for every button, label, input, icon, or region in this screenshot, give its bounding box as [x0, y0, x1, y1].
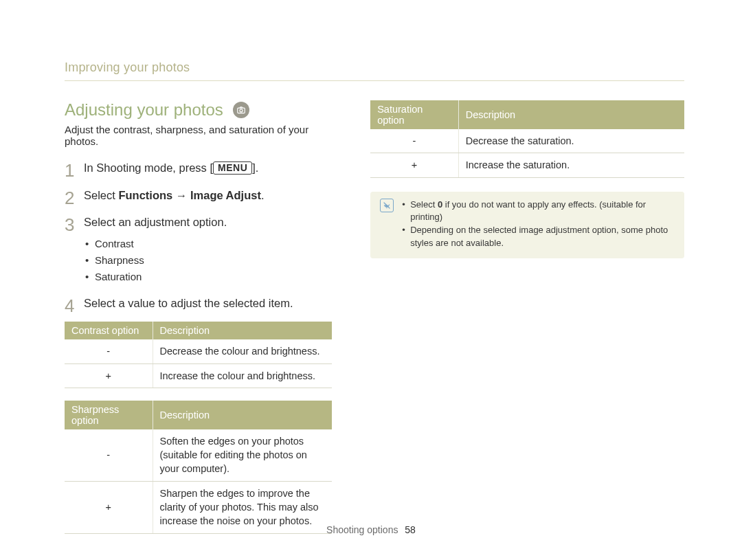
saturation-table: Saturation option Description - Decrease…	[370, 100, 684, 178]
table-header: Description	[153, 322, 332, 339]
table-header: Contrast option	[65, 322, 153, 339]
info-icon	[380, 199, 394, 212]
page-number: 58	[405, 524, 416, 535]
table-header: Sharpness option	[65, 401, 153, 429]
note-box: Select 0 if you do not want to apply any…	[370, 192, 684, 258]
breadcrumb: Improving your photos	[65, 60, 684, 81]
note-list: Select 0 if you do not want to apply any…	[402, 199, 675, 250]
cell-option: +	[65, 363, 153, 388]
step-1-text-pre: In Shooting mode, press [	[84, 161, 213, 174]
list-item: Saturation	[85, 269, 332, 285]
section-intro: Adjust the contrast, sharpness, and satu…	[65, 124, 332, 147]
cell-option: +	[370, 153, 458, 177]
table-row: - Soften the edges on your photos (suita…	[65, 429, 332, 481]
cell-description: Increase the saturation.	[458, 153, 684, 177]
table-header: Description	[458, 100, 684, 129]
note-text-pre: Select	[410, 199, 438, 210]
camera-mode-icon	[233, 102, 249, 118]
steps-list: In Shooting mode, press [MENU]. Select F…	[65, 159, 332, 312]
step-2-bold: Functions → Image Adjust	[118, 189, 260, 201]
cell-description: Decrease the colour and brightness.	[153, 339, 332, 363]
cell-description: Increase the colour and brightness.	[153, 363, 332, 388]
step-3: Select an adjustment option. Contrast Sh…	[65, 214, 332, 285]
cell-description: Soften the edges on your photos (suitabl…	[153, 429, 332, 481]
page-footer: Shooting options 58	[0, 524, 742, 535]
step-1-text-post: ].	[252, 161, 258, 174]
note-text-post: if you do not want to apply any effects.…	[410, 199, 646, 223]
menu-button-badge: MENU	[213, 161, 252, 175]
cell-option: -	[65, 339, 153, 363]
note-text: Depending on the selected image adjustme…	[410, 225, 668, 248]
contrast-table: Contrast option Description - Decrease t…	[65, 322, 332, 388]
step-2-text-pre: Select	[84, 189, 118, 201]
list-item: Contrast	[85, 236, 332, 252]
table-row: + Increase the colour and brightness.	[65, 363, 332, 388]
step-2-text-post: .	[261, 189, 265, 201]
step-4-text: Select a value to adjust the selected it…	[84, 297, 293, 309]
list-item: Sharpness	[85, 252, 332, 269]
step-2: Select Functions → Image Adjust.	[65, 187, 332, 205]
sharpness-table: Sharpness option Description - Soften th…	[65, 401, 332, 534]
list-item: Depending on the selected image adjustme…	[402, 224, 675, 250]
cell-option: -	[370, 129, 458, 153]
step-3-sublist: Contrast Sharpness Saturation	[85, 236, 332, 285]
step-1: In Shooting mode, press [MENU].	[65, 159, 332, 177]
svg-rect-0	[238, 108, 245, 113]
step-3-text: Select an adjustment option.	[84, 216, 227, 228]
cell-option: -	[65, 429, 153, 481]
footer-label: Shooting options	[326, 524, 398, 535]
table-header: Saturation option	[370, 100, 458, 129]
list-item: Select 0 if you do not want to apply any…	[402, 199, 675, 225]
table-row: + Increase the saturation.	[370, 153, 684, 177]
table-row: - Decrease the saturation.	[370, 129, 684, 153]
step-4: Select a value to adjust the selected it…	[65, 295, 332, 313]
svg-point-1	[240, 109, 243, 112]
section-title: Adjusting your photos	[65, 100, 332, 120]
table-header: Description	[153, 401, 332, 429]
table-row: - Decrease the colour and brightness.	[65, 339, 332, 363]
cell-description: Decrease the saturation.	[458, 129, 684, 153]
section-title-text: Adjusting your photos	[65, 100, 223, 120]
